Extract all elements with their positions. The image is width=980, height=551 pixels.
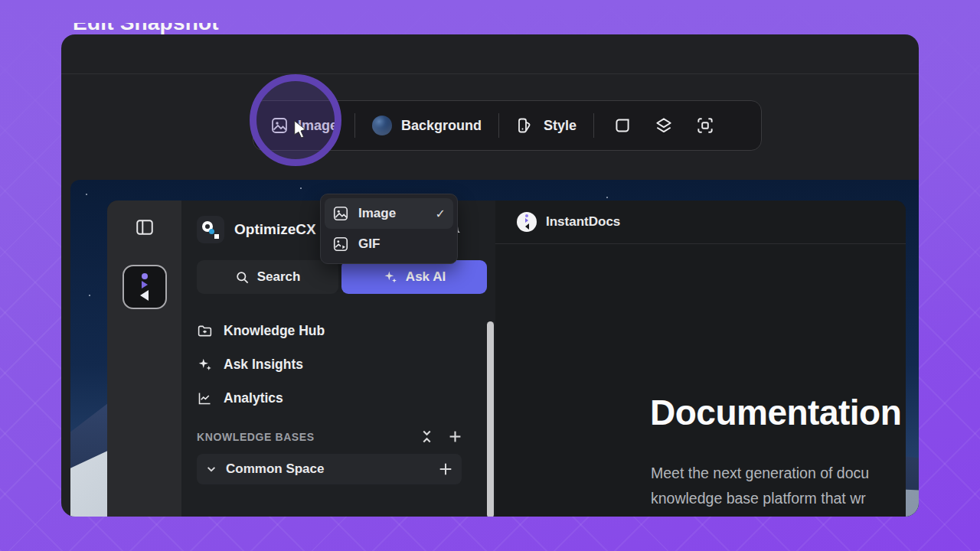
ask-ai-label: Ask AI	[406, 269, 446, 285]
sidebar-toggle-icon[interactable]	[135, 217, 155, 237]
doc-paragraph: Meet the next generation of docu knowled…	[651, 461, 869, 511]
image-type-dropdown: Image ✓ GIF	[320, 194, 458, 264]
doc-heading: Documentation	[650, 392, 901, 433]
search-icon	[235, 270, 250, 285]
doc-header: InstantDocs	[495, 201, 906, 244]
knowledge-bases-section: KNOWLEDGE BASES	[197, 430, 462, 443]
background-thumbnail	[372, 116, 392, 135]
app-window: OptimizeCX	[107, 201, 906, 517]
toolbar-background-label: Background	[401, 118, 482, 134]
doc-main: InstantDocs Documentation Meet the next …	[495, 201, 906, 517]
layers-button[interactable]	[652, 114, 675, 137]
chevron-down-icon	[206, 464, 217, 474]
tree-item-common-space[interactable]: Common Space	[197, 454, 462, 484]
toolbar-style-label: Style	[544, 118, 577, 134]
page-title: Edit Snapshot	[73, 23, 219, 37]
style-icon	[516, 116, 534, 135]
sidebar-item-analytics[interactable]: Analytics	[197, 381, 462, 415]
search-button[interactable]: Search	[197, 260, 338, 294]
add-page-icon[interactable]	[439, 462, 452, 476]
toolbar-background-button[interactable]: Background	[372, 116, 482, 135]
star	[300, 187, 302, 189]
nav-label: Ask Insights	[224, 357, 303, 373]
toolbar-style-button[interactable]: Style	[516, 116, 577, 135]
toolbar-divider	[498, 113, 499, 138]
image-icon	[332, 205, 349, 222]
page-title-clip: Edit Snapshot	[73, 23, 219, 37]
search-label: Search	[257, 269, 301, 285]
doc-paragraph-line2: knowledge base platform that wr	[651, 486, 869, 511]
sidebar-item-knowledge-hub[interactable]: Knowledge Hub	[197, 314, 462, 347]
sparkle-icon	[197, 357, 213, 373]
embedded-screenshot: OptimizeCX	[70, 180, 919, 517]
add-knowledge-base-icon[interactable]	[449, 430, 462, 443]
instantdocs-app-button[interactable]	[122, 265, 167, 309]
image-icon	[270, 116, 289, 135]
dropdown-item-gif[interactable]: GIF	[325, 229, 453, 259]
star	[86, 194, 87, 195]
star	[89, 295, 90, 296]
sidebar-scrollbar[interactable]	[487, 321, 494, 517]
sparkle-icon	[383, 269, 398, 285]
logo-dot	[142, 273, 148, 279]
sidebar-item-ask-insights[interactable]: Ask Insights	[197, 347, 462, 381]
mouse-cursor	[292, 121, 309, 141]
edit-snapshot-modal: OptimizeCX	[61, 34, 919, 517]
nav-label: Analytics	[224, 390, 283, 406]
chart-icon	[197, 390, 213, 406]
layers-icon	[654, 116, 674, 135]
modal-header	[61, 34, 919, 74]
sidebar-actions: Search Ask AI	[197, 260, 462, 294]
workspace-name: OptimizeCX	[234, 221, 316, 238]
check-icon: ✓	[436, 207, 446, 221]
folder-icon	[197, 323, 213, 339]
focus-icon	[695, 116, 715, 135]
section-label: KNOWLEDGE BASES	[197, 431, 315, 443]
dropdown-item-image[interactable]: Image ✓	[325, 198, 453, 229]
toolbar-divider	[593, 113, 594, 138]
collapse-all-icon[interactable]	[420, 430, 433, 443]
toolbar-divider	[354, 113, 355, 138]
star	[606, 197, 608, 198]
nav-label: Knowledge Hub	[224, 323, 325, 339]
dropdown-item-label: Image	[358, 206, 396, 221]
page-frame-button[interactable]	[611, 114, 634, 137]
doc-paragraph-line1: Meet the next generation of docu	[651, 461, 869, 486]
focus-crop-button[interactable]	[694, 114, 717, 137]
logo-triangle-left	[140, 290, 149, 301]
ask-ai-button[interactable]: Ask AI	[341, 260, 487, 294]
tree-item-label: Common Space	[226, 461, 324, 477]
sidebar-nav: Knowledge Hub Ask Insights	[197, 314, 462, 415]
gif-icon	[332, 236, 349, 253]
optimizecx-logo	[197, 216, 224, 243]
page-icon	[612, 116, 632, 135]
edit-toolbar: Image Background Style	[253, 100, 762, 151]
doc-app-name: InstantDocs	[546, 214, 620, 230]
instantdocs-logo	[517, 212, 537, 232]
dropdown-item-label: GIF	[358, 236, 380, 252]
left-rail	[107, 201, 181, 517]
logo-triangle-right	[142, 281, 148, 289]
screen: Edit Snapshot	[0, 0, 980, 551]
